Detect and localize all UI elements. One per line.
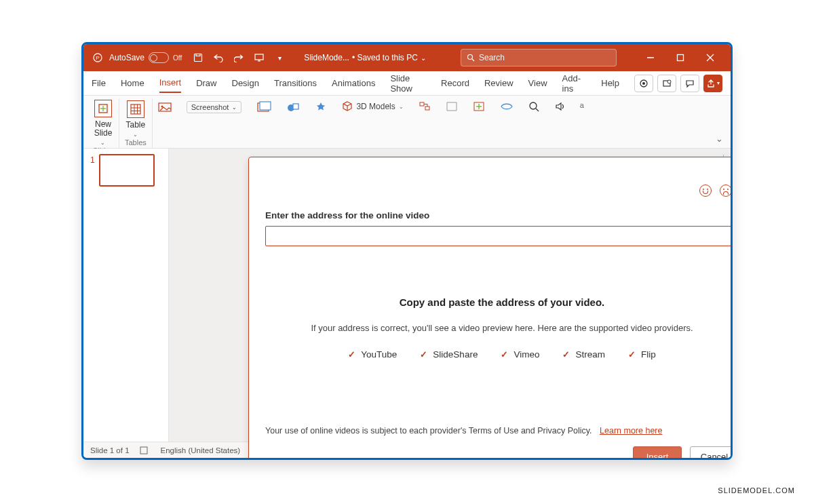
document-title: SlideMode... • Saved to this PC ⌄ — [304, 53, 426, 62]
check-icon: ✓ — [562, 349, 570, 360]
slide-thumbnail-1[interactable] — [99, 154, 155, 187]
provider-list: ✓YouTube ✓SlideShare ✓Vimeo ✓Stream ✓Fli… — [265, 349, 733, 360]
qat-overflow-icon[interactable]: ▾ — [273, 51, 286, 64]
action-button[interactable] — [500, 101, 513, 112]
check-icon: ✓ — [420, 349, 427, 360]
3d-models-button[interactable]: 3D Models ⌄ — [342, 101, 403, 112]
zoom-ribbon-button[interactable] — [528, 101, 539, 112]
slide-thumbnails: 1 — [83, 149, 169, 442]
minimize-button[interactable] — [636, 44, 665, 71]
ribbon-insert: New Slide ⌄ Slides Table ⌄ Tables Screen… — [83, 96, 731, 149]
ribbon-tabs: File Home Insert Draw Design Transitions… — [83, 71, 731, 96]
tab-insert[interactable]: Insert — [159, 73, 182, 93]
learn-more-link[interactable]: Learn more here — [600, 426, 662, 435]
redo-icon[interactable] — [232, 51, 246, 64]
svg-rect-26 — [260, 102, 271, 110]
tab-record[interactable]: Record — [441, 74, 469, 92]
shapes-button[interactable] — [286, 101, 300, 113]
svg-line-6 — [472, 59, 474, 61]
svg-rect-38 — [140, 447, 147, 454]
quick-access-toolbar: ▾ — [191, 51, 286, 64]
dialog-input-label: Enter the address for the online video — [265, 210, 733, 220]
svg-rect-4 — [255, 54, 263, 60]
online-video-dialog: ✕ Enter the address for the online video… — [248, 157, 733, 460]
check-icon: ✓ — [501, 349, 508, 360]
screenshot-button[interactable]: Screenshot ⌄ — [187, 101, 242, 113]
autosave-label: AutoSave — [109, 53, 144, 62]
dialog-headline: Copy and paste the address of your video… — [265, 296, 733, 308]
watermark: SLIDEMODEL.COM — [718, 486, 795, 495]
table-button[interactable]: Table ⌄ — [126, 100, 146, 138]
tab-home[interactable]: Home — [121, 74, 144, 92]
dialog-legal: Your use of online videos is subject to … — [265, 426, 733, 435]
provider-flip: ✓Flip — [628, 349, 656, 360]
tab-addins[interactable]: Add-ins — [562, 69, 587, 98]
tab-help[interactable]: Help — [601, 74, 619, 92]
share-button[interactable]: ▾ — [703, 75, 722, 92]
slideshow-start-icon[interactable] — [252, 51, 266, 64]
new-slide-button[interactable]: New Slide ⌄ — [94, 100, 113, 147]
autosave-toggle[interactable]: AutoSave Off — [109, 52, 182, 63]
status-language[interactable]: English (United States) — [161, 446, 241, 454]
addins-ribbon-button[interactable] — [473, 101, 485, 112]
dialog-subline: If your address is correct, you'll see a… — [265, 323, 733, 333]
svg-rect-18 — [131, 104, 140, 114]
insert-button[interactable]: Insert — [633, 446, 682, 460]
app-icon: P — [92, 52, 104, 64]
svg-point-12 — [642, 82, 645, 85]
provider-stream: ✓Stream — [562, 349, 605, 360]
status-spellcheck[interactable] — [139, 446, 151, 455]
tab-slideshow[interactable]: Slide Show — [390, 69, 426, 98]
chart-button[interactable] — [446, 101, 458, 112]
check-icon: ✓ — [348, 349, 355, 360]
svg-text:P: P — [96, 55, 99, 61]
feedback-happy-icon[interactable] — [699, 185, 712, 197]
svg-line-37 — [536, 109, 539, 111]
tab-review[interactable]: Review — [484, 74, 513, 92]
status-slide-count[interactable]: Slide 1 of 1 — [90, 446, 130, 454]
window-controls — [636, 44, 725, 71]
pictures-button[interactable] — [158, 101, 172, 113]
search-input[interactable]: Search — [461, 49, 617, 66]
svg-rect-29 — [420, 102, 424, 106]
teams-present-button[interactable] — [657, 75, 676, 92]
svg-point-36 — [530, 102, 537, 109]
svg-point-24 — [161, 106, 163, 108]
autosave-state: Off — [173, 54, 182, 62]
maximize-button[interactable] — [665, 44, 695, 71]
save-icon[interactable] — [191, 51, 205, 64]
ribbon-strip: Screenshot ⌄ 3D Models ⌄ a — [153, 98, 712, 148]
svg-rect-2 — [195, 54, 202, 62]
ribbon-group-tables: Tables — [125, 138, 147, 148]
audio-button[interactable] — [554, 101, 565, 112]
tab-animations[interactable]: Animations — [332, 74, 375, 92]
tab-design[interactable]: Design — [232, 74, 259, 92]
save-status[interactable]: • Saved to this PC — [352, 53, 418, 62]
provider-youtube: ✓YouTube — [348, 349, 397, 360]
svg-rect-30 — [425, 106, 429, 110]
provider-vimeo: ✓Vimeo — [501, 349, 539, 360]
tab-view[interactable]: View — [528, 74, 547, 92]
cancel-button[interactable]: Cancel — [690, 446, 733, 460]
photo-album-button[interactable] — [256, 101, 271, 113]
undo-icon[interactable] — [212, 51, 225, 64]
search-icon — [467, 54, 475, 62]
chevron-down-icon[interactable]: ⌄ — [421, 54, 426, 62]
powerpoint-window: P AutoSave Off ▾ SlideMode... • Saved to… — [81, 42, 733, 460]
ribbon-collapse-button[interactable]: ⌄ — [712, 98, 726, 148]
close-button[interactable] — [695, 44, 725, 71]
svg-rect-3 — [196, 54, 200, 56]
icons-button[interactable] — [315, 101, 327, 113]
tab-draw[interactable]: Draw — [196, 74, 216, 92]
camera-record-button[interactable] — [634, 75, 653, 92]
provider-slideshare: ✓SlideShare — [420, 349, 478, 360]
tab-file[interactable]: File — [92, 74, 106, 92]
video-url-input[interactable] — [265, 226, 733, 246]
svg-point-5 — [468, 55, 473, 60]
comments-button[interactable] — [680, 75, 699, 92]
tab-transitions[interactable]: Transitions — [274, 74, 317, 92]
svg-point-14 — [667, 80, 671, 83]
title-bar: P AutoSave Off ▾ SlideMode... • Saved to… — [83, 44, 731, 71]
smartart-button[interactable] — [419, 101, 431, 112]
feedback-sad-icon[interactable] — [720, 185, 732, 197]
